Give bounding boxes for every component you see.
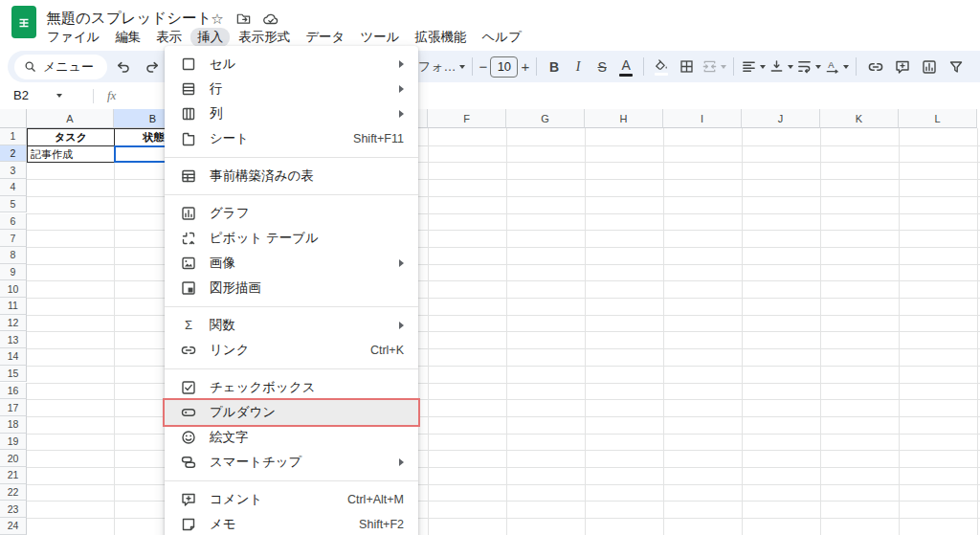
column-header-F[interactable]: F (428, 109, 506, 128)
name-box[interactable]: B2 (13, 88, 62, 102)
insert-menu-item[interactable]: プルダウン (165, 400, 418, 425)
move-folder-icon[interactable] (235, 11, 253, 28)
column-header-L[interactable]: L (899, 109, 977, 128)
menubar-item-1[interactable]: 編集 (108, 28, 147, 47)
menus-search-button[interactable]: メニュー (14, 55, 107, 79)
column-header-G[interactable]: G (506, 109, 585, 128)
menubar-item-0[interactable]: ファイル (40, 28, 106, 47)
row-header-13[interactable]: 13 (0, 331, 27, 348)
insert-chart-button[interactable] (917, 55, 941, 78)
menubar-item-8[interactable]: ヘルプ (476, 28, 528, 47)
italic-button[interactable]: I (568, 59, 589, 75)
decrease-font-size-button[interactable]: − (479, 58, 488, 75)
insert-menu-item[interactable]: 列 (165, 101, 418, 126)
row-header-10[interactable]: 10 (0, 280, 27, 298)
borders-button[interactable] (675, 55, 699, 78)
row-header-2[interactable]: 2 (0, 145, 27, 163)
row-header-6[interactable]: 6 (0, 213, 27, 231)
insert-menu-item[interactable]: メモShift+F2 (165, 512, 418, 535)
column-header-I[interactable]: I (663, 109, 742, 128)
row-header-15[interactable]: 15 (0, 366, 27, 383)
font-family-select[interactable]: フォ… (418, 58, 465, 76)
insert-menu-item[interactable]: セル (165, 52, 418, 77)
chevron-down-icon (760, 65, 766, 69)
insert-menu-item[interactable]: リンクCtrl+K (165, 338, 418, 363)
star-icon[interactable]: ☆ (209, 11, 226, 28)
insert-menu-item[interactable]: 絵文字 (165, 425, 418, 450)
row-header-8[interactable]: 8 (0, 247, 27, 264)
row-header-16[interactable]: 16 (0, 383, 27, 400)
insert-menu-item[interactable]: 行 (165, 77, 418, 101)
row-header-7[interactable]: 7 (0, 230, 27, 247)
insert-menu-item[interactable]: チェックボックス (165, 375, 418, 400)
menubar-item-2[interactable]: 表示 (149, 28, 189, 47)
horizontal-align-button[interactable] (741, 58, 766, 75)
insert-link-button[interactable] (863, 55, 887, 78)
insert-menu-item[interactable]: シートShift+F11 (165, 126, 418, 151)
menubar-item-5[interactable]: データ (299, 28, 351, 47)
cloud-saved-icon[interactable] (262, 11, 279, 28)
menu-item-label: リンク (210, 342, 249, 359)
row-header-9[interactable]: 9 (0, 264, 27, 281)
row-header-17[interactable]: 17 (0, 399, 27, 416)
menubar-item-7[interactable]: 拡張機能 (409, 28, 474, 47)
bold-button[interactable]: B (544, 59, 565, 75)
menu-divider (165, 194, 418, 195)
insert-menu-item[interactable]: 事前構築済みの表 (165, 164, 418, 189)
row-header-4[interactable]: 4 (0, 179, 27, 196)
cell-A2[interactable]: 記事作成 (27, 145, 115, 164)
column-header-J[interactable]: J (742, 109, 820, 128)
spreadsheet-grid[interactable]: ABCDEFGHIJKL1234567891011121314151617181… (0, 109, 980, 535)
merge-cells-button[interactable] (702, 58, 726, 75)
text-wrap-button[interactable] (796, 58, 821, 75)
select-all-corner[interactable] (0, 109, 27, 128)
redo-button[interactable] (141, 55, 165, 78)
text-color-button[interactable]: A (615, 57, 636, 77)
row-header-19[interactable]: 19 (0, 434, 27, 451)
insert-menu-item[interactable]: Σ関数 (165, 313, 418, 338)
menu-divider (165, 480, 418, 481)
row-header-1[interactable]: 1 (0, 128, 27, 145)
menubar-item-6[interactable]: ツール (353, 28, 406, 47)
insert-comment-button[interactable] (890, 55, 914, 78)
row-header-20[interactable]: 20 (0, 450, 27, 467)
cell-icon (180, 56, 197, 73)
menubar-item-3[interactable]: 挿入 (190, 28, 230, 47)
font-size-input[interactable]: 10 (490, 56, 518, 78)
chevron-down-icon (459, 65, 465, 69)
row-header-24[interactable]: 24 (0, 518, 27, 535)
row-header-18[interactable]: 18 (0, 416, 27, 434)
row-header-11[interactable]: 11 (0, 298, 27, 315)
menus-search-label: メニュー (43, 58, 94, 76)
undo-button[interactable] (112, 55, 136, 78)
column-header-H[interactable]: H (585, 109, 663, 128)
row-header-23[interactable]: 23 (0, 501, 27, 518)
vertical-align-button[interactable] (768, 58, 793, 75)
borders-icon (679, 58, 695, 75)
text-rotation-button[interactable]: A (824, 58, 849, 75)
insert-menu-item[interactable]: 画像 (165, 251, 418, 276)
insert-menu-item[interactable]: ピボット テーブル (165, 226, 418, 251)
strikethrough-button[interactable]: S (591, 59, 612, 75)
insert-menu-item[interactable]: 図形描画 (165, 276, 418, 301)
document-title[interactable]: 無題のスプレッドシート (46, 9, 212, 29)
row-header-12[interactable]: 12 (0, 315, 27, 332)
chart-icon (180, 205, 197, 222)
fill-color-button[interactable] (651, 58, 672, 76)
insert-menu-item[interactable]: コメントCtrl+Alt+M (165, 487, 418, 512)
create-filter-button[interactable] (944, 55, 968, 78)
increase-font-size-button[interactable]: + (521, 58, 529, 75)
menu-item-label: 行 (210, 80, 223, 98)
sheets-logo-icon[interactable] (11, 6, 36, 38)
insert-menu-item[interactable]: グラフ (165, 201, 418, 226)
row-header-5[interactable]: 5 (0, 196, 27, 213)
row-header-22[interactable]: 22 (0, 484, 27, 502)
cell-A1[interactable]: タスク (27, 128, 115, 146)
row-header-3[interactable]: 3 (0, 162, 27, 179)
column-header-K[interactable]: K (820, 109, 899, 128)
row-header-21[interactable]: 21 (0, 467, 27, 484)
column-header-A[interactable]: A (27, 109, 114, 128)
row-header-14[interactable]: 14 (0, 348, 27, 366)
insert-menu-item[interactable]: スマートチップ (165, 450, 418, 475)
menubar-item-4[interactable]: 表示形式 (232, 28, 297, 47)
